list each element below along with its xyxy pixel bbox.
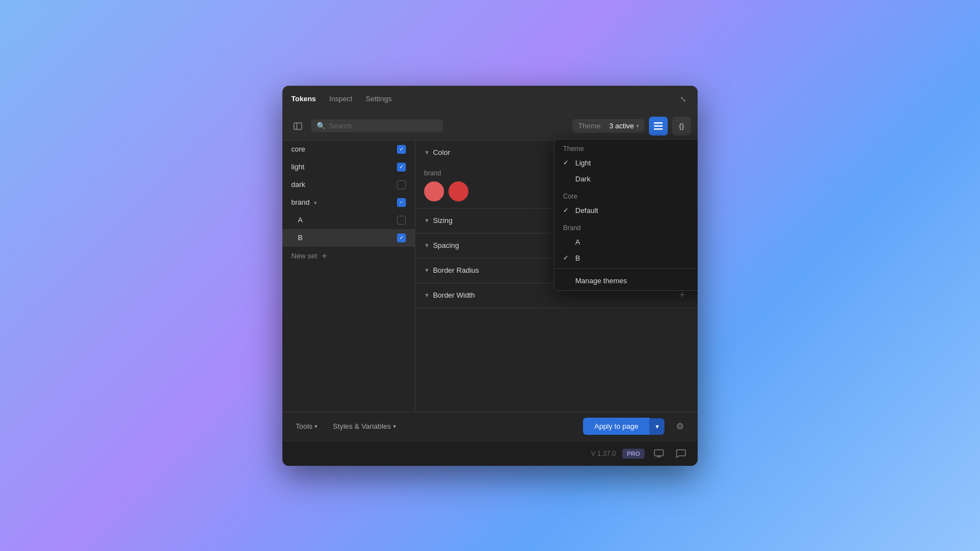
styles-variables-button[interactable]: Styles & Variables ▾ <box>328 419 400 433</box>
sidebar-item-a[interactable]: A <box>282 211 415 229</box>
dropdown-item-brand-b[interactable]: ✓ B <box>554 250 698 266</box>
footer-settings-button[interactable]: ⚙ <box>671 418 689 435</box>
styles-arrow-icon: ▾ <box>393 423 396 429</box>
svg-rect-4 <box>654 128 663 130</box>
monitor-icon-button[interactable] <box>651 446 667 461</box>
sidebar-toggle-button[interactable] <box>289 117 307 135</box>
new-set-button[interactable]: New set + <box>282 247 415 266</box>
chat-icon-button[interactable] <box>673 446 689 461</box>
main-content: core ✓ light ✓ dark brand ▾ − <box>282 141 698 412</box>
version-bar: V 1.37.0 PRO <box>282 441 698 466</box>
pro-badge: PRO <box>622 449 644 459</box>
new-set-plus-icon: + <box>322 251 327 261</box>
new-set-label: New set <box>291 252 317 260</box>
search-input[interactable] <box>329 122 437 130</box>
search-icon: 🔍 <box>317 122 326 130</box>
token-section-title-border-width: ▼ Border Width <box>424 291 675 299</box>
sidebar-item-b[interactable]: B ✓ <box>282 229 415 247</box>
list-view-button[interactable] <box>649 117 668 136</box>
checkbox-a[interactable] <box>397 216 406 225</box>
sidebar-item-label-a: A <box>298 216 397 224</box>
apply-btn-wrapper: Apply to page ▾ <box>583 418 664 435</box>
sidebar-item-label-brand: brand ▾ <box>291 198 397 206</box>
dropdown-brand-section-label: Brand <box>554 219 698 234</box>
border-radius-chevron: ▼ <box>424 267 430 273</box>
version-text: V 1.37.0 <box>591 450 616 458</box>
sidebar-item-light[interactable]: light ✓ <box>282 158 415 176</box>
theme-selector-label: Theme: <box>578 122 602 130</box>
search-wrapper: 🔍 <box>311 119 443 132</box>
sidebar-item-core[interactable]: core ✓ <box>282 141 415 158</box>
tab-inspect[interactable]: Inspect <box>329 92 353 105</box>
border-width-chevron: ▼ <box>424 292 430 298</box>
sidebar-item-label-core: core <box>291 145 397 153</box>
json-view-icon: {} <box>679 122 684 130</box>
check-light-icon: ✓ <box>563 159 571 167</box>
check-default-icon: ✓ <box>563 206 571 214</box>
checkbox-core[interactable]: ✓ <box>397 145 406 154</box>
tools-button[interactable]: Tools ▾ <box>291 419 322 433</box>
theme-selector[interactable]: Theme: 3 active ▾ <box>572 119 644 133</box>
tab-tokens[interactable]: Tokens <box>291 92 316 105</box>
dropdown-item-brand-a[interactable]: ✓ A <box>554 234 698 250</box>
collapse-icon[interactable]: ⤡ <box>678 93 689 105</box>
theme-dropdown: Theme ✓ Light ✓ Dark Core ✓ Default Bran… <box>554 139 698 291</box>
sidebar-item-label-b: B <box>298 233 397 242</box>
dropdown-divider <box>554 268 698 269</box>
json-view-button[interactable]: {} <box>672 117 691 136</box>
color-swatch-1[interactable] <box>424 181 444 201</box>
svg-rect-3 <box>654 125 663 127</box>
apply-dropdown-button[interactable]: ▾ <box>649 418 664 435</box>
title-bar: Tokens Inspect Settings ⤡ <box>282 86 698 112</box>
footer: Tools ▾ Styles & Variables ▾ Apply to pa… <box>282 412 698 441</box>
manage-themes-button[interactable]: ✓ Manage themes <box>554 271 698 290</box>
styles-label: Styles & Variables <box>333 422 391 430</box>
checkbox-b[interactable]: ✓ <box>397 233 406 242</box>
dropdown-item-light[interactable]: ✓ Light <box>554 155 698 171</box>
sidebar-item-label-dark: dark <box>291 180 397 189</box>
tools-arrow-icon: ▾ <box>314 423 317 429</box>
theme-selector-value: 3 active <box>609 122 634 130</box>
dropdown-core-section-label: Core <box>554 187 698 202</box>
brand-dropdown-arrow: ▾ <box>314 200 317 206</box>
sizing-chevron: ▼ <box>424 217 430 223</box>
svg-rect-0 <box>294 123 302 129</box>
checkbox-brand[interactable]: − <box>397 198 406 207</box>
tab-settings[interactable]: Settings <box>365 92 391 105</box>
sidebar: core ✓ light ✓ dark brand ▾ − <box>282 141 415 412</box>
dropdown-item-default[interactable]: ✓ Default <box>554 202 698 219</box>
checkbox-dark[interactable] <box>397 180 406 189</box>
svg-rect-2 <box>654 122 663 124</box>
plugin-window: Tokens Inspect Settings ⤡ 🔍 Theme: 3 act… <box>282 86 698 466</box>
sidebar-item-dark[interactable]: dark <box>282 176 415 194</box>
spacing-chevron: ▼ <box>424 242 430 248</box>
svg-rect-5 <box>654 450 663 456</box>
dropdown-theme-section-label: Theme <box>554 139 698 155</box>
dropdown-item-dark[interactable]: ✓ Dark <box>554 171 698 187</box>
tools-label: Tools <box>296 422 312 430</box>
apply-to-page-button[interactable]: Apply to page <box>583 418 649 435</box>
theme-selector-chevron: ▾ <box>636 123 639 129</box>
color-chevron: ▼ <box>424 149 430 155</box>
color-swatch-2[interactable] <box>448 181 468 201</box>
sidebar-item-label-light: light <box>291 163 397 171</box>
checkbox-light[interactable]: ✓ <box>397 163 406 171</box>
check-brand-b-icon: ✓ <box>563 254 571 262</box>
sidebar-item-brand[interactable]: brand ▾ − <box>282 194 415 211</box>
toolbar: 🔍 Theme: 3 active ▾ {} <box>282 112 698 141</box>
